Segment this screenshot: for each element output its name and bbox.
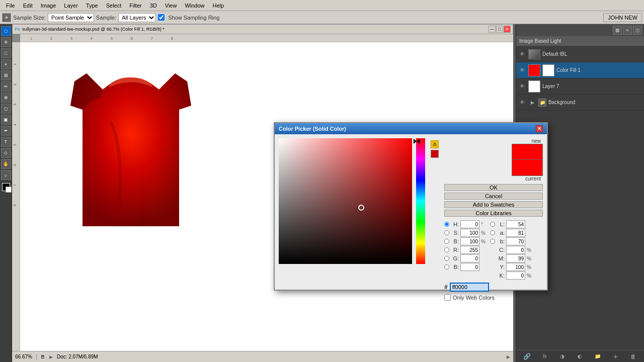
menu-image[interactable]: Image [37, 2, 60, 10]
a-field-row: a: [490, 229, 533, 237]
tool-hand[interactable]: ✋ [1, 159, 11, 169]
hex-input[interactable] [450, 283, 489, 292]
tool-eyedropper[interactable]: ⬡ [1, 26, 11, 36]
foreground-color[interactable] [2, 183, 10, 191]
only-web-colors-checkbox[interactable] [444, 294, 451, 301]
tool-clone[interactable]: ⊕ [1, 93, 11, 103]
current-color-label: current [525, 176, 541, 182]
tool-eraser[interactable]: ◻ [1, 104, 11, 114]
l-input[interactable] [506, 220, 525, 228]
color-picker-close-button[interactable]: ✕ [536, 125, 543, 132]
color-gradient-picker[interactable] [279, 138, 412, 264]
h-input[interactable] [460, 220, 479, 228]
layer-7[interactable]: 👁 Layer 7 [516, 78, 644, 95]
svg-text:3: 3 [13, 104, 17, 106]
s-input[interactable] [460, 229, 479, 237]
tool-select-rect[interactable]: □ [1, 48, 11, 58]
b2-radio[interactable] [444, 264, 449, 269]
layer-eye-icon[interactable]: 👁 [518, 50, 526, 58]
layer-default-ibl[interactable]: 👁 Default IBL [516, 46, 644, 62]
b2-input[interactable] [460, 263, 479, 271]
ibl-label: Image Based Light [519, 38, 561, 44]
layer-background[interactable]: 👁 ▶ 📁 Background [516, 95, 644, 111]
ok-button[interactable]: OK [444, 184, 543, 191]
menu-layer[interactable]: Layer [60, 2, 82, 10]
l-radio[interactable] [490, 222, 495, 227]
c-input[interactable] [506, 246, 525, 254]
layers-bottom-bar: 🔗 fx ◑ ◐ 📁 + 🗑 [516, 350, 644, 362]
menu-edit[interactable]: Edit [19, 2, 37, 10]
menu-filter[interactable]: Filter [125, 2, 145, 10]
layers-new-layer-icon[interactable]: + [611, 352, 620, 361]
panel-icon-3[interactable]: ◫ [633, 26, 642, 35]
h-radio[interactable] [444, 222, 449, 227]
menu-3d[interactable]: 3D [146, 2, 161, 10]
g-radio[interactable] [444, 256, 449, 261]
r-radio[interactable] [444, 247, 449, 252]
tool-gradient[interactable]: ▣ [1, 115, 11, 125]
menu-view[interactable]: View [161, 2, 181, 10]
menu-select[interactable]: Select [102, 2, 126, 10]
tool-lasso[interactable]: ⌖ [1, 59, 11, 69]
a-input[interactable] [506, 229, 525, 237]
b3-input[interactable] [506, 237, 525, 245]
status-divider [36, 354, 37, 360]
layers-adjustment-icon[interactable]: ◐ [576, 352, 585, 361]
m-input[interactable] [506, 254, 525, 262]
john-new-button[interactable]: JOHN NEW [603, 13, 642, 22]
sample-size-select[interactable]: Point Sample [48, 13, 94, 22]
cancel-button[interactable]: Cancel [444, 193, 543, 200]
layer-color-fill-1[interactable]: 👁 Color Fill 1 [516, 62, 644, 78]
status-bar: 66.67% 🖹 ▶ Doc: 2.07M/6.89M ▶ [12, 351, 513, 362]
color-libraries-button[interactable]: Color Libraries [444, 210, 543, 217]
layer-mask-fill [542, 64, 554, 76]
layer-eye-icon-fill[interactable]: 👁 [518, 66, 526, 74]
k-input[interactable] [506, 272, 525, 280]
out-of-gamut-warning[interactable]: ⚠ [431, 140, 439, 148]
layer-name-bg: Background [548, 100, 642, 105]
doc-minimize-button[interactable]: ─ [489, 26, 496, 33]
tool-pen[interactable]: ✒ [1, 126, 11, 136]
color-picker-body: ⚠ new current OK Cancel [275, 134, 547, 290]
tool-zoom[interactable]: ⌕ [1, 170, 11, 180]
sample-select[interactable]: All Layers [118, 13, 156, 22]
add-to-swatches-button[interactable]: Add to Swatches [444, 201, 543, 208]
b-radio[interactable] [444, 239, 449, 244]
layers-link-icon[interactable]: 🔗 [523, 352, 532, 361]
menu-file[interactable]: File [2, 2, 19, 10]
ibl-name: Default IBL [542, 51, 642, 57]
layer-eye-icon-bg[interactable]: 👁 [518, 99, 526, 107]
layers-mask-icon[interactable]: ◑ [558, 352, 567, 361]
menu-type[interactable]: Type [82, 2, 102, 10]
tool-brush[interactable]: ✏ [1, 81, 11, 92]
a-radio[interactable] [490, 230, 495, 235]
s-label: S: [451, 230, 459, 236]
panel-icon-1[interactable]: ▦ [613, 26, 622, 35]
layers-fx-icon[interactable]: fx [540, 352, 549, 361]
gradient-bg [279, 138, 412, 264]
gamut-color-box[interactable] [431, 150, 439, 158]
tool-text[interactable]: T [1, 137, 11, 147]
tool-crop[interactable]: ⊞ [1, 70, 11, 80]
b3-radio[interactable] [490, 239, 495, 244]
tool-shape[interactable]: ◇ [1, 148, 11, 158]
b-input[interactable] [460, 237, 479, 245]
layers-trash-icon[interactable]: 🗑 [628, 352, 637, 361]
layers-folder-icon[interactable]: 📁 [593, 352, 602, 361]
layer-expand-icon[interactable]: ▶ [528, 99, 536, 107]
tool-move[interactable]: ✛ [1, 37, 11, 47]
menu-help[interactable]: Help [209, 2, 228, 10]
document-titlebar: Ps sullyman-3d-standard-tee-mockup.psd @… [12, 24, 513, 34]
layer-eye-icon-7[interactable]: 👁 [518, 82, 526, 90]
menu-window[interactable]: Window [181, 2, 208, 10]
hue-slider[interactable] [416, 138, 425, 264]
r-input[interactable] [460, 246, 479, 254]
show-sampling-ring-checkbox[interactable] [158, 14, 165, 21]
s-radio[interactable] [444, 230, 449, 235]
g-input[interactable] [460, 254, 479, 262]
canvas-area: Ps sullyman-3d-standard-tee-mockup.psd @… [12, 24, 644, 362]
doc-close-button[interactable]: ✕ [504, 26, 511, 33]
doc-maximize-button[interactable]: □ [496, 26, 503, 33]
y-input[interactable] [506, 263, 525, 271]
panel-icon-2[interactable]: ≡ [623, 26, 632, 35]
